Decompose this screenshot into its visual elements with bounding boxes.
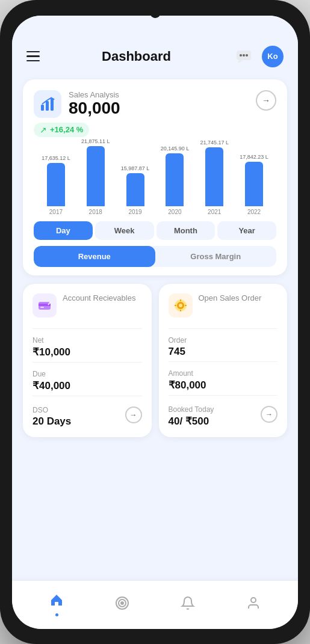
time-filter-day[interactable]: Day [34, 221, 93, 240]
svg-rect-4 [41, 105, 44, 111]
oso-amount-value: ₹80,000 [169, 379, 278, 391]
bar-group-2019: 15,987.87 L 2019 [116, 165, 155, 215]
svg-rect-16 [175, 305, 176, 306]
growth-arrow-icon: ↗ [40, 125, 47, 135]
header: Dashboard Ko [12, 16, 298, 75]
oso-header: Open Sales Order [169, 293, 278, 317]
growth-badge: ↗ +16,24 % [34, 123, 89, 137]
bar-group-2017: 17,635.12 L 2017 [36, 155, 76, 215]
bar-year: 2017 [49, 209, 63, 215]
svg-rect-14 [180, 299, 181, 301]
page-title: Dashboard [102, 49, 171, 64]
bar-group-2021: 21,745.17 L 2021 [194, 140, 234, 215]
chart-bars: 17,635.12 L 2017 21,875.11 L 2018 15,987… [34, 143, 276, 215]
svg-point-3 [246, 54, 248, 57]
svg-point-20 [121, 602, 123, 604]
time-filter: DayWeekMonthYear [34, 221, 276, 240]
sales-amount: 80,000 [69, 99, 256, 118]
svg-point-13 [179, 304, 182, 307]
svg-point-1 [240, 54, 242, 57]
svg-point-21 [251, 598, 256, 603]
oso-booked-value: 40/ ₹500 [169, 415, 214, 428]
bar-label: 21,875.11 L [81, 138, 110, 144]
revenue-filter: RevenueGross Margin [34, 246, 276, 267]
header-actions: Ko [233, 46, 284, 67]
bar-group-2022: 17,842.23 L 2022 [234, 154, 274, 215]
oso-order-label: Order [169, 336, 278, 345]
bar-rect [47, 163, 65, 206]
bottom-nav [12, 581, 298, 629]
bar-year: 2020 [168, 209, 181, 215]
camera-notch [150, 7, 161, 18]
avatar[interactable]: Ko [262, 46, 284, 67]
time-filter-week[interactable]: Week [95, 221, 154, 240]
bar-year: 2021 [208, 209, 221, 215]
bar-rect [245, 162, 263, 206]
revenue-filter-revenue[interactable]: Revenue [34, 246, 155, 267]
ar-net-label: Net [33, 336, 142, 345]
account-receivables-card: Account Recievables Net ₹10,000 Due ₹40,… [23, 284, 152, 437]
bar-label: 17,842.23 L [240, 154, 268, 160]
svg-point-2 [243, 54, 245, 57]
target-icon [115, 596, 129, 614]
ar-dso-value: 20 Days [33, 416, 71, 428]
nav-target[interactable] [105, 591, 139, 619]
sales-go-button[interactable]: → [256, 90, 276, 111]
menu-button[interactable] [26, 51, 40, 62]
oso-booked-label: Booked Today [169, 405, 214, 414]
home-icon [49, 593, 64, 611]
time-filter-month[interactable]: Month [157, 221, 215, 240]
metrics-row: Account Recievables Net ₹10,000 Due ₹40,… [23, 284, 287, 437]
bar-label: 21,745.17 L [200, 140, 229, 146]
profile-icon [246, 596, 261, 614]
nav-notification[interactable] [171, 591, 205, 619]
chat-button[interactable] [233, 46, 255, 67]
main-content: Sales Analysis 80,000 → ↗ +16,24 % 17,63… [12, 75, 298, 581]
oso-icon [169, 293, 193, 317]
ar-icon [33, 293, 57, 317]
oso-amount-label: Amount [169, 369, 278, 378]
growth-value: +16,24 % [50, 125, 83, 134]
oso-go-button[interactable]: → [261, 406, 277, 423]
bar-group-2020: 20,145.90 L 2020 [155, 146, 194, 215]
bar-label: 15,987.87 L [121, 165, 150, 171]
sales-info: Sales Analysis 80,000 [69, 90, 256, 118]
oso-footer: Booked Today 40/ ₹500 → [169, 402, 278, 428]
nav-home[interactable] [40, 588, 73, 621]
oso-order-value: 745 [169, 346, 278, 358]
nav-profile[interactable] [237, 591, 270, 619]
open-sales-order-card: Open Sales Order Order 745 Amount ₹80,00… [159, 284, 288, 437]
bar-rect [87, 146, 105, 206]
ar-title: Account Recievables [63, 293, 135, 304]
bell-icon [181, 596, 195, 614]
bar-rect [166, 153, 184, 206]
bar-rect [205, 147, 223, 206]
ar-header: Account Recievables [33, 293, 142, 317]
sales-icon [34, 90, 61, 118]
bar-year: 2022 [247, 209, 261, 215]
ar-footer: DSO 20 Days → [33, 402, 142, 428]
sales-chart: 17,635.12 L 2017 21,875.11 L 2018 15,987… [34, 143, 276, 215]
phone-frame: Dashboard Ko [0, 0, 310, 644]
bar-year: 2019 [128, 209, 141, 215]
svg-rect-5 [46, 101, 49, 111]
oso-title: Open Sales Order [199, 293, 262, 304]
bar-group-2018: 21,875.11 L 2018 [76, 138, 116, 215]
revenue-filter-gross-margin[interactable]: Gross Margin [155, 246, 277, 267]
bar-label: 17,635.12 L [42, 155, 70, 161]
svg-rect-15 [180, 310, 181, 311]
ar-due-value: ₹40,000 [33, 379, 142, 392]
time-filter-year[interactable]: Year [217, 221, 276, 240]
sales-label: Sales Analysis [69, 90, 256, 99]
ar-go-button[interactable]: → [125, 406, 142, 423]
phone-screen: Dashboard Ko [12, 16, 298, 629]
ar-dso-label: DSO [33, 406, 71, 414]
sales-analysis-card: Sales Analysis 80,000 → ↗ +16,24 % 17,63… [23, 79, 287, 275]
svg-rect-17 [185, 305, 187, 306]
bar-year: 2018 [89, 209, 102, 215]
nav-home-dot [55, 613, 58, 616]
bar-label: 20,145.90 L [161, 146, 190, 152]
svg-rect-10 [40, 307, 44, 308]
ar-due-label: Due [33, 370, 142, 378]
ar-net-value: ₹10,000 [33, 346, 142, 358]
